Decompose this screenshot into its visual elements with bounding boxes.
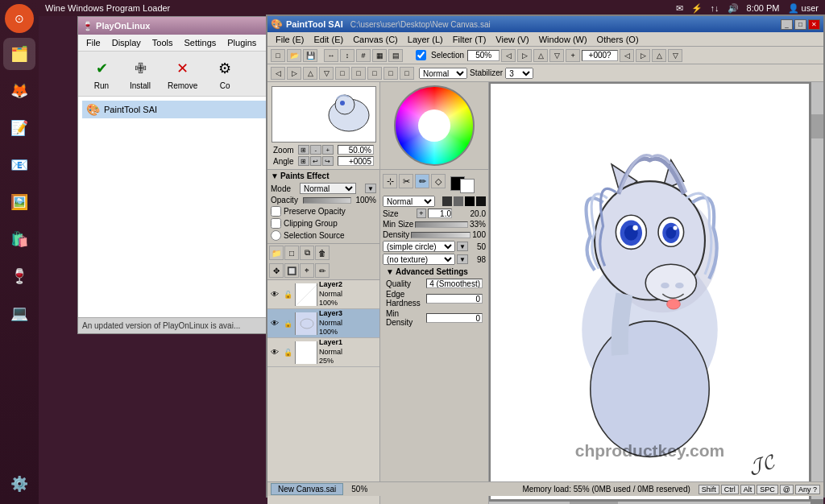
key-ctrl[interactable]: Ctrl [721,485,739,494]
tool-btn-layer-copy[interactable]: ⧉ [300,246,314,260]
sai-menu-canvas[interactable]: Canvas (C) [348,34,403,45]
layer-item-layer3[interactable]: 👁 🔒 Layer3 Normal 100% [267,309,379,338]
angle-plus-btn[interactable]: ↪ [322,156,334,166]
sai-tb2-5[interactable]: □ [335,67,350,80]
sai-menu-layer[interactable]: Layer (L) [403,34,448,45]
sai-tb2-2[interactable]: ▷ [287,67,301,80]
pol-configure-button[interactable]: ⚙ Co [209,56,240,92]
sai-minimize-btn[interactable]: _ [781,19,793,30]
sai-tb2-9[interactable]: □ [400,67,414,80]
mode-select[interactable]: Normal [300,183,356,194]
sai-tb-open[interactable]: 📂 [287,49,301,62]
key-shift[interactable]: Shift [699,485,719,494]
color-swatch2[interactable] [454,196,463,206]
sai-tb-sel3[interactable]: △ [533,49,548,62]
selection-source-radio[interactable] [271,230,281,241]
sai-tb-r2[interactable]: ▷ [636,49,650,62]
taskbar-ubuntu-icon[interactable]: ⊙ [5,4,34,33]
sai-tb-save[interactable]: 💾 [303,49,317,62]
opacity-slider[interactable] [303,197,351,204]
sai-tb-plus[interactable]: + [566,49,580,62]
tool-btn-wand[interactable]: ⌖ [300,263,314,278]
scrollbar-thumb-right[interactable] [811,114,823,138]
color-swatch3[interactable] [465,196,475,206]
texture-expand-btn[interactable]: ▼ [457,254,468,264]
tool-btn-folder[interactable]: 📁 [269,246,284,260]
sai-canvas-area[interactable]: 𝓙𝓒 chproductkey.com [489,82,823,504]
taskbar-files-icon[interactable]: 🗂️ [3,38,35,70]
sai-selection-check[interactable] [416,50,426,60]
pol-menu-settings[interactable]: Settings [180,36,222,49]
sai-tb-r3[interactable]: △ [652,49,666,62]
taskbar-libreoffice-icon[interactable]: 📝 [3,112,35,144]
taskbar-software-icon[interactable]: 🛍️ [3,223,35,255]
sai-tb-r4[interactable]: ▽ [668,49,682,62]
sai-stabilizer-select[interactable]: 3 [505,68,533,79]
tool-btn-layer-del[interactable]: 🗑 [315,246,330,260]
sai-tb2-4[interactable]: ▽ [319,67,334,80]
sai-tb-flip-v[interactable]: ↕ [340,49,354,62]
taskbar-terminal-icon[interactable]: 💻 [3,297,35,329]
pol-menu-display[interactable]: Display [107,36,146,49]
taskbar-image-icon[interactable]: 🖼️ [3,186,35,218]
tool-btn-lasso[interactable]: 🔲 [284,263,299,278]
tool-eraser-icon[interactable]: ◇ [431,174,446,188]
sai-tb2-6[interactable]: □ [351,67,366,80]
tool-btn-pen[interactable]: ✏ [315,263,330,278]
tool-selection-icon[interactable]: ⊹ [383,174,397,188]
layer-item-layer1[interactable]: 👁 🔓 Layer1 Normal 25% [267,338,379,367]
sai-tb-flip-h[interactable]: ↔ [324,49,338,62]
taskbar-wine-icon[interactable]: 🍷 [3,260,35,292]
clipping-group-check[interactable] [271,218,281,229]
sai-menu-window[interactable]: Window (W) [534,34,592,45]
texture-select[interactable]: (no texture) [383,254,455,265]
sai-selection-input[interactable] [467,50,500,61]
taskbar-browser-icon[interactable]: 🦊 [3,75,35,107]
sai-tb-r1[interactable]: ◁ [620,49,634,62]
tool-lasso-icon[interactable]: ✂ [399,174,413,188]
pol-install-button[interactable]: ✙ Install [125,56,155,92]
mindensity-input[interactable] [426,313,483,323]
key-alt[interactable]: Alt [740,485,756,494]
pol-menu-plugins[interactable]: Plugins [222,36,261,49]
sai-menu-others[interactable]: Others (O) [592,34,644,45]
sai-tb2-8[interactable]: □ [383,67,398,80]
taskbar-mail-icon[interactable]: 📧 [3,149,35,181]
layer1-lock[interactable]: 🔓 [282,347,293,358]
density-slider[interactable] [411,232,471,238]
zoom-minus-btn[interactable]: - [310,145,321,155]
layer1-vis[interactable]: 👁 [269,347,280,358]
sai-canvas-scrollbar-bottom[interactable] [489,501,810,504]
sai-normal-select[interactable]: Normal [419,68,467,79]
sai-maximize-btn[interactable]: □ [794,19,806,30]
color-swatch4[interactable] [476,196,486,206]
circle-select[interactable]: (simple circle) [383,241,455,252]
key-spc[interactable]: SPC [757,485,778,494]
taskbar-settings-icon[interactable]: ⚙️ [3,468,35,500]
pol-run-button[interactable]: ✔ Run [86,56,117,92]
sai-canvas-scrollbar-right[interactable] [810,82,823,499]
pol-menu-file[interactable]: File [81,36,106,49]
size-plus-btn[interactable]: + [417,209,426,218]
sai-tb-sel2[interactable]: ▷ [517,49,532,62]
sai-tb-new[interactable]: □ [271,49,285,62]
brush-mode-select[interactable]: Normal [383,196,435,207]
preserve-opacity-check[interactable] [271,206,281,217]
minsize-slider[interactable] [415,221,468,228]
sai-tb-sel1[interactable]: ◁ [501,49,516,62]
sai-menu-file[interactable]: File (E) [271,34,309,45]
sai-tb-grid[interactable]: # [356,49,371,62]
key-any[interactable]: Any ? [795,485,820,494]
circle-expand-btn[interactable]: ▼ [457,242,468,251]
sai-tb-extra2[interactable]: ▤ [388,49,403,62]
color-wheel[interactable] [394,85,475,166]
bg-color-box[interactable] [460,179,475,193]
sai-rotation-input[interactable] [582,50,618,61]
layer2-lock[interactable]: 🔓 [282,289,293,300]
quality-input[interactable] [426,279,483,288]
layer-item-layer2[interactable]: 👁 🔓 Layer2 Normal 100% [267,280,379,309]
angle-reset-btn[interactable]: ⊞ [298,156,309,166]
layer3-lock[interactable]: 🔒 [282,318,293,329]
zoom-plus-btn[interactable]: + [322,145,334,155]
angle-minus-btn[interactable]: ↩ [310,156,321,166]
